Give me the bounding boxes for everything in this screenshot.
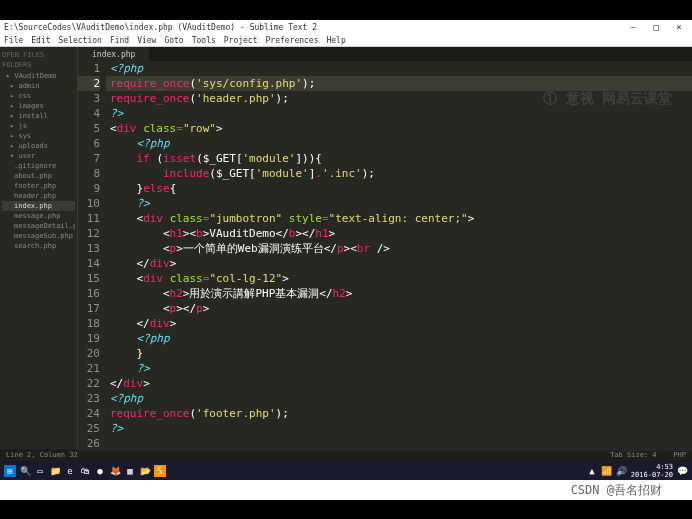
menu-selection[interactable]: Selection xyxy=(59,36,102,45)
sidebar-item[interactable]: index.php xyxy=(2,201,75,211)
code-line[interactable]: <h1><b>VAuditDemo</b></h1> xyxy=(106,226,692,241)
menu-goto[interactable]: Goto xyxy=(164,36,183,45)
sublime-icon[interactable]: S xyxy=(154,465,166,477)
edge-icon[interactable]: e xyxy=(64,465,76,477)
sidebar-item[interactable]: ▸ uploads xyxy=(2,141,75,151)
menu-edit[interactable]: Edit xyxy=(31,36,50,45)
sidebar-item[interactable]: message.php xyxy=(2,211,75,221)
menubar: FileEditSelectionFindViewGotoToolsProjec… xyxy=(0,34,692,47)
code-line[interactable]: </div> xyxy=(106,376,692,391)
code-line[interactable]: require_once('sys/config.php'); xyxy=(106,76,692,91)
code-line[interactable]: ?> xyxy=(106,361,692,376)
tray-icon[interactable]: ▲ xyxy=(586,465,598,477)
line-number: 26 xyxy=(78,436,100,451)
sidebar-item[interactable]: ▸ css xyxy=(2,91,75,101)
close-button[interactable]: × xyxy=(670,22,688,32)
start-button[interactable]: ⊞ xyxy=(4,465,16,477)
line-number: 11 xyxy=(78,211,100,226)
menu-file[interactable]: File xyxy=(4,36,23,45)
minimize-button[interactable]: — xyxy=(624,22,642,32)
search-icon[interactable]: 🔍 xyxy=(19,465,31,477)
code-line[interactable]: include($_GET['module'].'.inc'); xyxy=(106,166,692,181)
sidebar-item[interactable]: ▸ sys xyxy=(2,131,75,141)
status-tabsize[interactable]: Tab Size: 4 xyxy=(610,451,656,459)
app-window: E:\SourceCodes\VAuditDemo\index.php (VAu… xyxy=(0,20,692,480)
sidebar-item[interactable]: search.php xyxy=(2,241,75,251)
code-area[interactable]: ① 意视 网易云课堂 12345678910111213141516171819… xyxy=(78,61,692,451)
line-number: 6 xyxy=(78,136,100,151)
code-line[interactable]: ?> xyxy=(106,421,692,436)
code-line[interactable]: ?> xyxy=(106,196,692,211)
code-line[interactable]: if (isset($_GET['module'])){ xyxy=(106,151,692,166)
line-number: 17 xyxy=(78,301,100,316)
notification-icon[interactable]: 💬 xyxy=(676,465,688,477)
code-lines[interactable]: <?phprequire_once('sys/config.php');requ… xyxy=(106,61,692,451)
menu-project[interactable]: Project xyxy=(224,36,258,45)
sidebar-item[interactable]: messageSub.php xyxy=(2,231,75,241)
line-number: 14 xyxy=(78,256,100,271)
sidebar-item[interactable]: ▸ install xyxy=(2,111,75,121)
code-line[interactable]: <?php xyxy=(106,391,692,406)
code-line[interactable]: require_once('header.php'); xyxy=(106,91,692,106)
sidebar-item[interactable]: ▸ images xyxy=(2,101,75,111)
code-line[interactable]: <?php xyxy=(106,331,692,346)
sidebar[interactable]: OPEN FILES FOLDERS ▸ VAuditDemo▸ admin▸ … xyxy=(0,47,78,449)
volume-icon[interactable]: 🔊 xyxy=(616,465,628,477)
task-view-icon[interactable]: ▭ xyxy=(34,465,46,477)
sidebar-item[interactable]: header.php xyxy=(2,191,75,201)
code-line[interactable]: <div class="col-lg-12"> xyxy=(106,271,692,286)
code-line[interactable]: require_once('footer.php'); xyxy=(106,406,692,421)
maximize-button[interactable]: □ xyxy=(647,22,665,32)
app-icon[interactable]: ▦ xyxy=(124,465,136,477)
store-icon[interactable]: 🛍 xyxy=(79,465,91,477)
menu-preferences[interactable]: Preferences xyxy=(266,36,319,45)
open-files-header: OPEN FILES xyxy=(2,51,75,59)
menu-find[interactable]: Find xyxy=(110,36,129,45)
folders-header: FOLDERS xyxy=(2,61,75,69)
code-line[interactable]: ?> xyxy=(106,106,692,121)
sidebar-item[interactable]: ▸ admin xyxy=(2,81,75,91)
window-title: E:\SourceCodes\VAuditDemo\index.php (VAu… xyxy=(4,23,317,32)
line-number: 23 xyxy=(78,391,100,406)
code-line[interactable]: <div class="row"> xyxy=(106,121,692,136)
line-number: 10 xyxy=(78,196,100,211)
code-line[interactable]: </div> xyxy=(106,316,692,331)
code-line[interactable]: <p>一个简单的Web漏洞演练平台</p><br /> xyxy=(106,241,692,256)
menu-help[interactable]: Help xyxy=(326,36,345,45)
sidebar-item[interactable]: ▸ VAuditDemo xyxy=(2,71,75,81)
code-line[interactable]: } xyxy=(106,346,692,361)
window-titlebar[interactable]: E:\SourceCodes\VAuditDemo\index.php (VAu… xyxy=(0,20,692,34)
code-line[interactable]: </div> xyxy=(106,256,692,271)
line-number: 13 xyxy=(78,241,100,256)
windows-taskbar[interactable]: ⊞ 🔍 ▭ 📁 e 🛍 ● 🦊 ▦ 📂 S ▲ 📶 🔊 4:532016-07-… xyxy=(0,461,692,480)
line-number: 7 xyxy=(78,151,100,166)
folder-icon[interactable]: 📂 xyxy=(139,465,151,477)
line-number: 16 xyxy=(78,286,100,301)
code-line[interactable]: <p></p> xyxy=(106,301,692,316)
sidebar-item[interactable]: about.php xyxy=(2,171,75,181)
code-line[interactable]: <h2>用於演示講解PHP基本漏洞</h2> xyxy=(106,286,692,301)
line-number: 8 xyxy=(78,166,100,181)
chrome-icon[interactable]: ● xyxy=(94,465,106,477)
line-number: 12 xyxy=(78,226,100,241)
sidebar-item[interactable]: footer.php xyxy=(2,181,75,191)
sidebar-item[interactable]: .gitignore xyxy=(2,161,75,171)
code-line[interactable]: <?php xyxy=(106,136,692,151)
explorer-icon[interactable]: 📁 xyxy=(49,465,61,477)
line-number: 25 xyxy=(78,421,100,436)
code-line[interactable]: <div class="jumbotron" style="text-align… xyxy=(106,211,692,226)
code-line[interactable]: <?php xyxy=(106,61,692,76)
network-icon[interactable]: 📶 xyxy=(601,465,613,477)
menu-tools[interactable]: Tools xyxy=(192,36,216,45)
sidebar-item[interactable]: ▸ js xyxy=(2,121,75,131)
menu-view[interactable]: View xyxy=(137,36,156,45)
sidebar-item[interactable]: ▾ user xyxy=(2,151,75,161)
status-language[interactable]: PHP xyxy=(673,451,686,459)
tab-index-php[interactable]: index.php xyxy=(78,47,149,61)
sidebar-item[interactable]: messageDetail.php xyxy=(2,221,75,231)
firefox-icon[interactable]: 🦊 xyxy=(109,465,121,477)
line-number: 9 xyxy=(78,181,100,196)
code-line[interactable]: }else{ xyxy=(106,181,692,196)
tab-bar[interactable]: index.php xyxy=(78,47,692,61)
taskbar-clock[interactable]: 4:532016-07-20 xyxy=(631,463,673,479)
